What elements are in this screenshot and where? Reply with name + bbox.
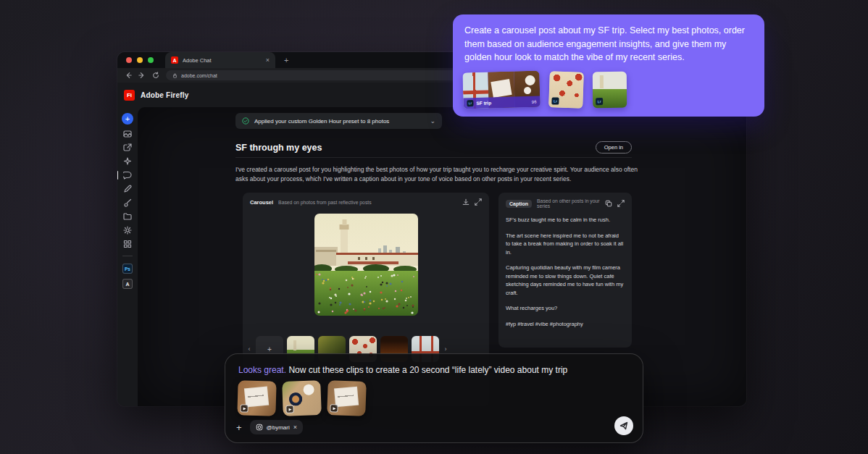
apps-grid-icon[interactable] bbox=[123, 240, 132, 248]
brush-icon[interactable] bbox=[123, 198, 132, 207]
back-icon[interactable] bbox=[125, 72, 132, 79]
photoshop-app-icon[interactable]: Ps bbox=[122, 264, 133, 274]
sidebar: + Ps A bbox=[117, 107, 138, 406]
page-title: SF through my eyes bbox=[235, 143, 596, 153]
clip-paper bbox=[244, 387, 269, 408]
expand-icon[interactable] bbox=[617, 200, 625, 207]
forward-icon[interactable] bbox=[138, 72, 146, 79]
desktop: A Adobe Chat × + adobe.com/chat Fi Adobe… bbox=[0, 0, 868, 454]
caption-card-header: Caption Based on other posts in your ser… bbox=[498, 193, 632, 211]
carousel-hero-wrap bbox=[243, 214, 489, 316]
expand-icon[interactable] bbox=[475, 198, 482, 206]
album-count: 96 bbox=[532, 99, 537, 104]
lightroom-icon: Lr bbox=[467, 100, 473, 106]
caption-card: Caption Based on other posts in your ser… bbox=[498, 193, 632, 348]
clip-sketch-2[interactable] bbox=[327, 380, 367, 416]
prompt-attachments: Lr SF trip 96 Lr Lr bbox=[463, 72, 627, 108]
composer-rest: Now cut these clips to create a 20 secon… bbox=[286, 365, 567, 375]
carousel-prev-icon[interactable]: ‹ bbox=[246, 345, 252, 353]
composer-input-text[interactable]: Looks great. Now cut these clips to crea… bbox=[225, 354, 643, 376]
firefly-logo: Fi bbox=[124, 90, 135, 101]
copy-icon[interactable] bbox=[605, 200, 612, 207]
attach-button[interactable]: + bbox=[236, 423, 242, 432]
zoom-window-button[interactable] bbox=[148, 57, 154, 63]
user-prompt-bubble: Create a carousel post about my SF trip.… bbox=[453, 14, 764, 117]
video-badge-icon bbox=[330, 404, 338, 412]
share-icon[interactable] bbox=[123, 143, 132, 152]
minimize-window-button[interactable] bbox=[137, 57, 143, 63]
send-icon bbox=[619, 421, 628, 430]
instagram-icon bbox=[256, 424, 263, 431]
download-icon[interactable] bbox=[462, 198, 470, 206]
settings-icon[interactable] bbox=[123, 226, 132, 235]
caption-paragraph: Capturing quotidian beauty with my film … bbox=[506, 264, 625, 297]
attachment-park-photo[interactable]: Lr bbox=[593, 72, 627, 108]
tab-close-icon[interactable]: × bbox=[266, 57, 270, 64]
assistant-description: I've created a carousel post for you hig… bbox=[235, 165, 638, 183]
open-in-button[interactable]: Open in bbox=[596, 141, 632, 154]
video-badge-icon bbox=[240, 404, 248, 412]
result-heading-row: SF through my eyes Open in bbox=[235, 138, 632, 158]
carousel-subtitle: Based on photos from past reflective pos… bbox=[278, 200, 457, 205]
window-controls[interactable] bbox=[126, 57, 154, 63]
carousel-badge: Carousel bbox=[250, 199, 273, 206]
composer-clip-attachments bbox=[238, 381, 366, 416]
caption-hashtags: #fyp #travel #vibe #photography bbox=[506, 320, 625, 329]
album-name: SF trip bbox=[476, 99, 528, 106]
new-chat-button[interactable]: + bbox=[122, 113, 133, 125]
close-window-button[interactable] bbox=[126, 57, 132, 63]
composer-highlight: Looks great. bbox=[238, 365, 286, 375]
adobe-express-app-icon[interactable]: A bbox=[122, 279, 133, 289]
caption-subtitle: Based on other posts in your series bbox=[537, 198, 600, 209]
sparkle-icon[interactable] bbox=[123, 157, 132, 166]
video-badge-icon bbox=[285, 405, 293, 413]
caption-paragraph: What recharges you? bbox=[506, 304, 625, 313]
clip-mug bbox=[289, 392, 303, 406]
clip-coffee[interactable] bbox=[282, 380, 322, 416]
instagram-handle-chip[interactable]: @bymari × bbox=[250, 420, 303, 434]
album-label-bar: Lr SF trip 96 bbox=[463, 96, 540, 109]
status-banner[interactable]: Applied your custom Golden Hour preset t… bbox=[235, 113, 442, 129]
new-tab-button[interactable]: + bbox=[284, 56, 288, 64]
pen-icon[interactable] bbox=[123, 185, 132, 193]
browser-tab-adobe-chat[interactable]: A Adobe Chat × bbox=[165, 52, 275, 68]
lightroom-icon: Lr bbox=[596, 98, 603, 105]
caption-badge: Caption bbox=[506, 200, 532, 208]
chat-icon-active[interactable] bbox=[123, 171, 132, 180]
carousel-next-icon[interactable]: › bbox=[443, 345, 448, 353]
status-banner-text: Applied your custom Golden Hour preset t… bbox=[254, 118, 425, 125]
sidebar-divider bbox=[122, 256, 133, 256]
remove-handle-icon[interactable]: × bbox=[293, 424, 297, 431]
reload-icon[interactable] bbox=[152, 72, 159, 79]
adobe-favicon: A bbox=[171, 56, 178, 64]
caption-paragraph: The art scene here inspired me to not be… bbox=[506, 232, 625, 257]
clip-sketch-1[interactable] bbox=[237, 380, 276, 416]
composer-toolbar: + @bymari × bbox=[236, 420, 303, 434]
gallery-icon[interactable] bbox=[123, 130, 132, 138]
clip-paper bbox=[334, 387, 359, 408]
attachment-sf-trip-album[interactable]: Lr SF trip 96 bbox=[462, 71, 540, 109]
carousel-card-header: Carousel Based on photos from past refle… bbox=[243, 193, 489, 209]
user-prompt-text: Create a carousel post about my SF trip.… bbox=[464, 24, 753, 64]
handle-text: @bymari bbox=[267, 424, 290, 431]
lightroom-icon: Lr bbox=[551, 97, 559, 104]
chat-composer[interactable]: Looks great. Now cut these clips to crea… bbox=[225, 353, 643, 443]
send-button[interactable] bbox=[614, 416, 633, 435]
lock-icon bbox=[172, 73, 178, 78]
check-circle-icon bbox=[242, 117, 249, 125]
clip-cup bbox=[303, 384, 314, 395]
chevron-down-icon[interactable]: ⌄ bbox=[430, 118, 435, 125]
caption-body: SF's buzz taught me to be calm in the ru… bbox=[498, 211, 632, 328]
folder-icon[interactable] bbox=[123, 212, 132, 221]
attachment-chinatown-photo[interactable]: Lr bbox=[548, 71, 584, 109]
caption-paragraph: SF's buzz taught me to be calm in the ru… bbox=[506, 216, 625, 224]
carousel-main-image[interactable] bbox=[314, 214, 418, 316]
url-text: adobe.com/chat bbox=[181, 73, 217, 78]
tab-title: Adobe Chat bbox=[183, 57, 262, 64]
app-title: Adobe Firefly bbox=[141, 91, 189, 99]
